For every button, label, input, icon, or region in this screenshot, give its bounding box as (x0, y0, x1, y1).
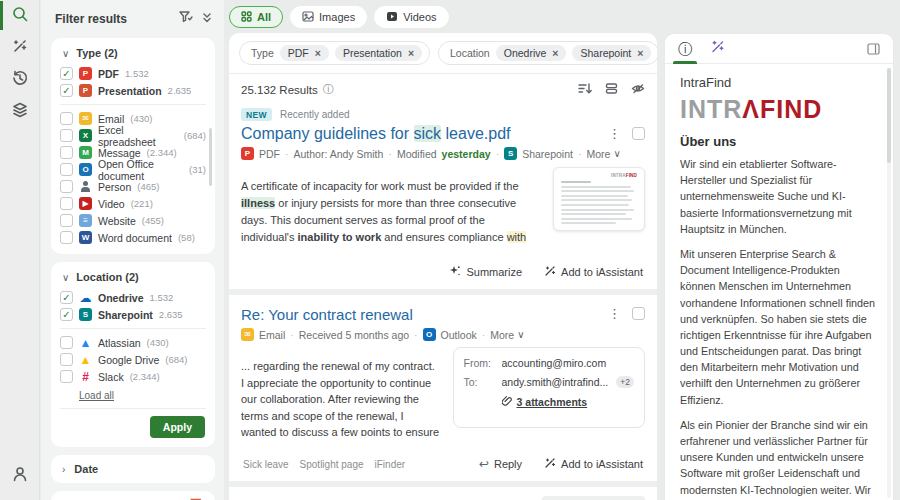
rail-account-item[interactable] (0, 460, 40, 492)
rail-history-item[interactable] (0, 64, 40, 96)
checkbox-checked[interactable]: ✓ (60, 84, 73, 97)
kebab-menu-icon[interactable]: ⋮ (608, 307, 621, 320)
show-all-images-button[interactable]: Show all images › (542, 496, 645, 500)
word-file-icon: W (79, 231, 92, 244)
checkbox-empty[interactable] (60, 146, 73, 159)
email-file-icon: ✉ (79, 112, 92, 125)
filter-option-presentation[interactable]: ✓ P Presentation 2.635 (60, 82, 206, 99)
collapse-panel-icon[interactable] (867, 43, 880, 55)
more-dropdown[interactable]: More∨ (490, 329, 524, 341)
chip-presentation[interactable]: Presentation × (335, 45, 422, 61)
result-title-link[interactable]: Re: Your contract renewal (241, 306, 601, 323)
filter-option-sharepoint[interactable]: ✓ S Sharepoint 2.635 (60, 306, 206, 323)
result-title-link[interactable]: Company guidelines for sick leave.pdf (241, 125, 601, 143)
rail-collections-item[interactable] (0, 96, 40, 128)
pdf-file-icon: P (241, 147, 254, 160)
filter-option-atlassian[interactable]: ▲ Atlassian (430) (60, 334, 206, 351)
result-card-email: ⋮ Re: Your contract renewal ✉ Email · Re… (229, 295, 657, 481)
excel-file-icon: X (79, 129, 92, 142)
location-section-header[interactable]: ∨ Location (2) (62, 271, 206, 283)
recipients-more-badge[interactable]: +2 (616, 376, 634, 388)
sidebar-scrollbar-thumb[interactable] (209, 128, 212, 186)
result-body: A certificate of incapacity for work mus… (241, 167, 645, 256)
checkbox-empty[interactable] (60, 163, 73, 176)
checkbox-empty[interactable] (60, 112, 73, 125)
more-dropdown[interactable]: More∨ (586, 148, 620, 160)
app-window: Filter results ∨ Type (2) ✓ P PDF 1.532 … (0, 0, 900, 500)
checkbox-empty[interactable] (60, 336, 73, 349)
checkbox-checked[interactable]: ✓ (60, 291, 73, 304)
sort-icon[interactable] (578, 82, 592, 97)
checkbox-empty[interactable] (60, 180, 73, 193)
close-icon[interactable]: × (637, 47, 643, 59)
filter-option-website[interactable]: ≡ Website (455) (60, 212, 206, 229)
checkbox-empty[interactable] (60, 353, 73, 366)
summarize-button[interactable]: Summarize (449, 265, 522, 279)
about-paragraph-2: Mit unseren Enterprise Search & Document… (680, 246, 878, 408)
close-icon[interactable]: × (552, 47, 558, 59)
filter-header: Filter results (55, 10, 213, 28)
close-icon[interactable]: × (408, 47, 414, 59)
magic-wand-icon (544, 265, 556, 279)
divider (60, 104, 206, 105)
collapse-all-icon[interactable] (201, 10, 213, 28)
type-section-header[interactable]: ∨ Type (2) (62, 47, 206, 59)
filter-option-googledrive[interactable]: ▲ Google Drive (684) (60, 351, 206, 368)
filter-option-video[interactable]: ▶ Video (221) (60, 195, 206, 212)
panel-scrollbar[interactable] (887, 68, 891, 498)
document-preview-thumbnail[interactable]: INTRAFIND (553, 167, 645, 231)
filter-option-slack[interactable]: # Slack (2.344) (60, 368, 206, 385)
chip-pdf[interactable]: PDF × (280, 45, 329, 61)
select-checkbox[interactable] (632, 127, 645, 140)
tab-all[interactable]: All (229, 6, 283, 28)
chip-onedrive[interactable]: Onedrive × (496, 45, 567, 61)
filter-option-excel[interactable]: X Excel spreadsheet (684) (60, 127, 206, 144)
filter-option-onedrive[interactable]: ✓ ☁ Onedrive 1.532 (60, 289, 206, 306)
density-icon[interactable] (605, 82, 618, 97)
filter-option-openoffice[interactable]: O Open Office document (31) (60, 161, 206, 178)
tag-sick-leave[interactable]: Sick leave (243, 459, 289, 470)
panel-scrollbar-thumb[interactable] (887, 68, 891, 163)
tab-images[interactable]: Images (290, 6, 367, 28)
close-icon[interactable]: × (315, 47, 321, 59)
preview-toggle-icon[interactable] (631, 82, 645, 97)
checkbox-empty[interactable] (60, 129, 73, 142)
load-all-link[interactable]: Load all (79, 390, 206, 401)
add-to-iassistant-button[interactable]: Add to iAssistant (544, 265, 643, 279)
panel-tab-info[interactable]: ⓘ (678, 34, 692, 64)
filter-option-word[interactable]: W Word document (58) (60, 229, 206, 246)
checkbox-empty[interactable] (60, 231, 73, 244)
tag-spotlight-page[interactable]: Spotlight page (300, 459, 364, 470)
apply-button[interactable]: Apply (150, 416, 205, 438)
select-checkbox[interactable] (632, 307, 645, 320)
rail-search-item[interactable] (0, 0, 40, 32)
new-badge: NEW (241, 108, 272, 121)
add-to-iassistant-button[interactable]: Add to iAssistant (544, 457, 643, 471)
email-details-box: From: accounting@miro.com To: andy.smith… (453, 347, 645, 428)
tag-ifinder[interactable]: iFinder (375, 459, 406, 470)
info-icon[interactable]: ⓘ (323, 82, 334, 97)
panel-content: IntraFind INTRΛFIND Über uns Wir sind ei… (665, 64, 893, 500)
result-snippet: ... regarding the renewal of my contract… (241, 358, 441, 436)
date-section-title: Date (74, 463, 98, 475)
filter-section-author[interactable]: › Author (1) (51, 491, 215, 500)
checkbox-checked[interactable]: ✓ (60, 67, 73, 80)
intrafind-logo[interactable]: INTRΛFIND (680, 95, 878, 124)
funnel-check-icon[interactable] (178, 10, 193, 28)
slack-icon: # (79, 370, 92, 383)
checkbox-empty[interactable] (60, 370, 73, 383)
tab-videos[interactable]: Videos (374, 6, 448, 28)
checkbox-checked[interactable]: ✓ (60, 308, 73, 321)
reply-button[interactable]: ↩ Reply (479, 457, 522, 471)
panel-tab-assistant[interactable] (710, 34, 725, 64)
checkbox-empty[interactable] (60, 214, 73, 227)
chip-sharepoint[interactable]: Sharepoint × (572, 45, 651, 61)
kebab-menu-icon[interactable]: ⋮ (608, 127, 621, 140)
attachments-link[interactable]: 3 attachments (517, 396, 588, 408)
checkbox-empty[interactable] (60, 197, 73, 210)
filter-group-type: Type PDF × Presentation × (239, 41, 430, 65)
rail-assistant-item[interactable] (0, 32, 40, 64)
filter-section-date[interactable]: › Date (51, 455, 215, 483)
filter-option-pdf[interactable]: ✓ P PDF 1.532 (60, 65, 206, 82)
pdf-file-icon: P (79, 67, 92, 80)
